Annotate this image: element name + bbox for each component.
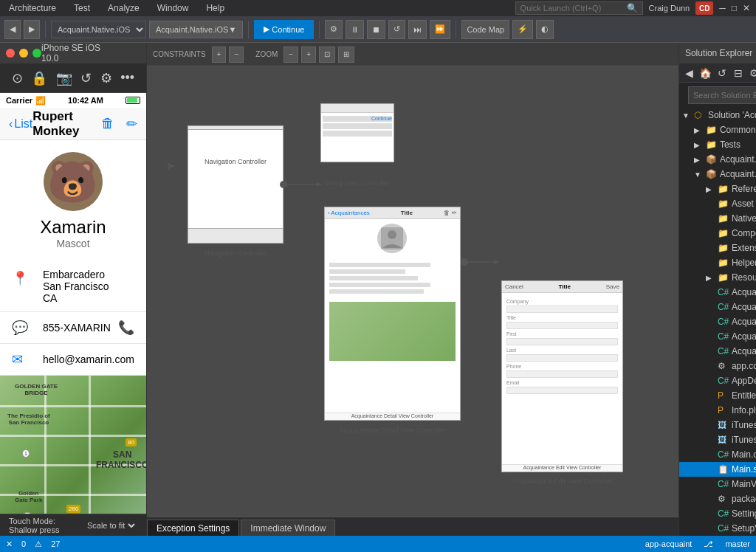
minimize-btn[interactable]: ─: [719, 3, 726, 13]
zoom-out-btn[interactable]: −: [284, 46, 298, 63]
menu-window[interactable]: Window: [154, 1, 192, 15]
toolbar-btn-6[interactable]: ⏩: [430, 20, 450, 39]
zoom-in-btn[interactable]: +: [301, 46, 316, 63]
tree-maincs[interactable]: C# Main.cs: [679, 447, 756, 462]
menu-test[interactable]: Test: [71, 1, 93, 15]
se-search-input[interactable]: [688, 86, 756, 104]
tree-references[interactable]: ▶ 📁 References: [679, 182, 756, 196]
tree-packagesconfig[interactable]: ⚙ packages.config: [679, 491, 756, 506]
tree-acquaintancetable[interactable]: C# AcquaintanceTableViewController.cs: [679, 329, 756, 344]
highway-280-2: 280: [66, 505, 80, 513]
table-vc[interactable]: Continue: [320, 103, 394, 162]
sim-max-btn[interactable]: [32, 49, 41, 58]
toolbar-btn-4[interactable]: ↺: [388, 20, 405, 39]
tree-item-tests[interactable]: ▶ 📁 Tests: [679, 137, 756, 152]
tree-itunes2x[interactable]: 🖼 iTunesArtwork@2x: [679, 432, 756, 447]
phone-row[interactable]: 💬 855-XAMARIN 📞: [0, 312, 146, 344]
row2: [323, 123, 392, 129]
toolbar-btn-2[interactable]: ⏸: [346, 20, 364, 39]
tree-setupvc[interactable]: C# SetupViewController.cs: [679, 521, 756, 536]
constraints-remove-btn[interactable]: −: [229, 46, 244, 63]
zoom-fit-btn[interactable]: ⊡: [319, 46, 335, 63]
toolbar-btn-3[interactable]: ⏹: [367, 20, 385, 39]
toolbar-extra-1[interactable]: ⚡: [512, 20, 533, 39]
lock-icon[interactable]: 🔒: [31, 70, 47, 86]
home-icon[interactable]: ⊙: [12, 70, 23, 86]
camera-icon[interactable]: 📷: [56, 70, 72, 86]
rotate-icon[interactable]: ↺: [80, 70, 92, 86]
contact-subtitle: Mascot: [56, 238, 89, 249]
tree-resources[interactable]: ▶ 📁 Resources: [679, 270, 756, 285]
tree-settingsvc[interactable]: C# SettingsViewController.cs: [679, 506, 756, 521]
errors-icon[interactable]: ✕: [6, 539, 13, 549]
tree-assets[interactable]: 📁 Asset Catalogs: [679, 196, 756, 211]
tree-acquaintancecell[interactable]: C# AcquaintanceCell.cs: [679, 285, 756, 300]
tab-exception-settings[interactable]: Exception Settings: [147, 520, 239, 536]
phone-call-icon[interactable]: 📞: [118, 320, 134, 336]
tree-itunes[interactable]: 🖼 iTunesArtwork: [679, 418, 756, 432]
highway-35: 35: [22, 512, 32, 514]
se-back-btn[interactable]: ◀: [682, 66, 697, 80]
constraints-add-btn[interactable]: +: [212, 46, 227, 63]
tree-acquaintancedetail[interactable]: C# AcquaintanceDetailViewController.cs: [679, 300, 756, 314]
se-refresh-btn[interactable]: ↺: [715, 66, 729, 80]
toolbar-btn-5[interactable]: ⏭: [408, 20, 427, 39]
menu-architecture[interactable]: Architecture: [6, 1, 59, 15]
detail-vc[interactable]: ‹ Acquaintances Title 🗑 ✏: [324, 207, 461, 421]
solution-root[interactable]: ▼ ⬡ Solution 'Acquaint.Native' (11 proje…: [679, 108, 756, 123]
tree-datasource[interactable]: C# AcquaintanceTableViewDataSource.cs: [679, 344, 756, 359]
toolbar-extra-2[interactable]: ◐: [536, 20, 554, 39]
quick-launch-input[interactable]: [520, 4, 624, 13]
tree-mainstoryboard[interactable]: 📋 Main.storyboard: [679, 462, 756, 477]
se-collapse-btn[interactable]: ⊟: [731, 66, 746, 80]
tree-native-refs[interactable]: 📁 Native References: [679, 211, 756, 226]
edit-vc[interactable]: Cancel Title Save Company Title First La…: [501, 280, 623, 472]
menu-analyze[interactable]: Analyze: [105, 1, 142, 15]
more-icon[interactable]: •••: [120, 70, 134, 86]
user-avatar: CD: [695, 1, 713, 15]
close-btn[interactable]: ✕: [743, 3, 750, 13]
nav-controller-vc[interactable]: Navigation Controller: [188, 125, 284, 244]
zoom-actual-btn[interactable]: ⊞: [338, 46, 354, 63]
svg-marker-4: [494, 260, 499, 264]
settings-icon[interactable]: ⚙: [100, 70, 112, 86]
tree-appconfig[interactable]: ⚙ app.config: [679, 359, 756, 373]
sim-close-btn[interactable]: [6, 49, 15, 58]
tree-acquaintanceedit[interactable]: C# AcquaintanceEditViewController.cs: [679, 314, 756, 329]
tab-immediate-window[interactable]: Immediate Window: [241, 520, 335, 536]
status-left: ✕ 0 ⚠ 27: [6, 539, 60, 549]
tree-entitlements[interactable]: P Entitlements.plist: [679, 388, 756, 403]
email-row[interactable]: ✉ hello@xamarin.com: [0, 344, 146, 376]
menu-help[interactable]: Help: [203, 1, 227, 15]
map-area[interactable]: 80 280 280 35 1 GOLDEN GATEBRIDGE The Pr…: [0, 376, 146, 514]
tree-appdelegate[interactable]: C# AppDelegate.cs: [679, 373, 756, 388]
tree-item-ios[interactable]: ▼ 📦 Acquaint.Native.iOS: [679, 167, 756, 182]
forward-btn[interactable]: ▶: [24, 20, 40, 39]
image-icon-itunes2x: 🖼: [718, 435, 729, 445]
code-map-btn[interactable]: Code Map: [461, 20, 509, 39]
storyboard-canvas[interactable]: ➤ Navigation Controller Navigation Contr…: [147, 66, 678, 517]
se-props-btn[interactable]: ⚙: [747, 66, 756, 80]
address-line2: San Francisco: [43, 280, 134, 292]
sim-min-btn[interactable]: [19, 49, 28, 58]
target-selector[interactable]: Acquaint.Native.iOS ▼: [149, 21, 243, 38]
device-selector[interactable]: Acquaint.Native.iOS: [51, 21, 146, 38]
tree-helpers[interactable]: 📁 Helpers: [679, 255, 756, 270]
edit-icon[interactable]: ✏: [126, 116, 137, 132]
tree-mainviewcontroller[interactable]: C# MainViewController.cs: [679, 477, 756, 491]
back-btn[interactable]: ◀: [4, 20, 21, 39]
scale-selector[interactable]: Scale to fit: [84, 520, 137, 531]
trash-icon[interactable]: 🗑: [101, 116, 114, 132]
se-home-btn[interactable]: 🏠: [698, 66, 713, 80]
lbl-ios: Acquaint.Native.iOS: [720, 169, 756, 179]
tree-item-droid[interactable]: ▶ 📦 Acquaint.Native.Droid: [679, 152, 756, 167]
toolbar-btn-1[interactable]: ⚙: [325, 20, 343, 39]
restore-btn[interactable]: □: [732, 3, 737, 13]
tree-extensions[interactable]: 📁 Extensions: [679, 241, 756, 255]
warnings-icon[interactable]: ⚠: [35, 539, 42, 549]
run-button[interactable]: ▶ Continue: [254, 20, 314, 39]
tree-infoplist[interactable]: P Info.plist: [679, 403, 756, 418]
back-button-ios[interactable]: ‹ List: [9, 117, 32, 131]
tree-item-common[interactable]: ▶ 📁 Common: [679, 123, 756, 137]
tree-components[interactable]: 📁 Components: [679, 226, 756, 241]
